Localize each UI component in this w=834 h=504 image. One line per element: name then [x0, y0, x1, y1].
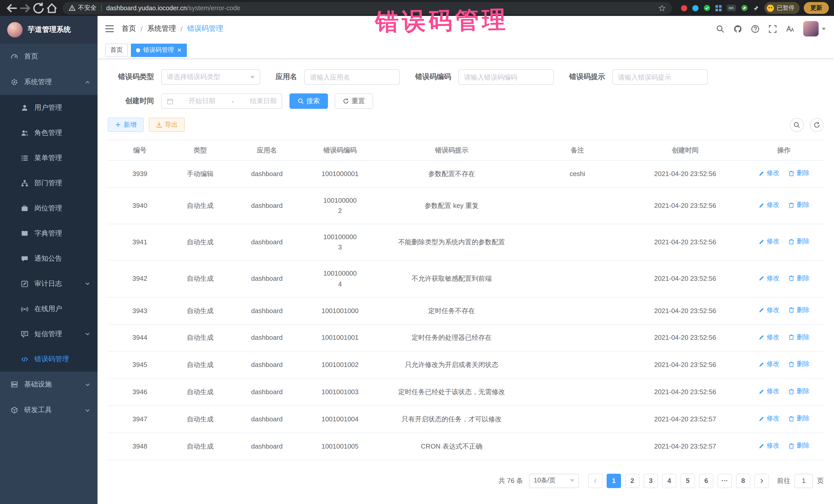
sidebar-item-devtools[interactable]: 研发工具: [0, 397, 97, 423]
extension-icon-red[interactable]: [681, 5, 687, 11]
edit-button[interactable]: 修改: [758, 200, 780, 210]
address-bar[interactable]: 不安全 dashboard.yudao.iocoder.cn/system/er…: [63, 2, 672, 14]
back-icon[interactable]: [5, 1, 19, 15]
extension-icon-blue[interactable]: [692, 5, 698, 11]
extension-icon-leaf[interactable]: [741, 5, 748, 11]
page-button[interactable]: 2: [625, 474, 639, 488]
sidebar-item-user-management[interactable]: 用户管理: [0, 95, 97, 120]
delete-button[interactable]: 删除: [789, 387, 810, 396]
reset-button[interactable]: 重置: [335, 93, 373, 109]
add-button[interactable]: 新增: [108, 117, 144, 132]
reload-icon[interactable]: [32, 1, 45, 15]
app-logo[interactable]: 芋道管理系统: [0, 16, 97, 44]
profile-paused-pill[interactable]: 已暂停: [764, 2, 799, 14]
delete-button[interactable]: 删除: [789, 441, 810, 451]
page-button[interactable]: 4: [662, 474, 676, 488]
edit-button[interactable]: 修改: [758, 168, 780, 178]
breadcrumb-system[interactable]: 系统管理: [147, 24, 176, 34]
user-menu[interactable]: [803, 21, 826, 37]
extension-icon-on[interactable]: on: [726, 5, 736, 11]
security-indicator[interactable]: 不安全: [69, 4, 96, 12]
prev-page-button[interactable]: [588, 474, 602, 488]
close-icon[interactable]: [177, 48, 182, 52]
edit-button[interactable]: 修改: [758, 387, 780, 396]
end-date-placeholder[interactable]: 结束日期: [250, 96, 277, 106]
next-page-button[interactable]: [754, 474, 769, 488]
delete-button[interactable]: 删除: [789, 305, 810, 315]
table-tools: [790, 118, 824, 132]
extension-icon-grid[interactable]: [715, 5, 721, 11]
page-button[interactable]: 6: [699, 474, 714, 488]
calendar-icon: [167, 98, 174, 105]
sidebar-item-menu-management[interactable]: 菜单管理: [0, 145, 97, 170]
edit-button[interactable]: 修改: [758, 305, 780, 315]
sidebar-item-sms-management[interactable]: 短信管理: [0, 321, 97, 346]
page-button[interactable]: 5: [681, 474, 695, 488]
cell-code: 1001001005: [305, 433, 375, 460]
cell-app: dashboard: [228, 433, 305, 460]
page-button[interactable]: 1: [607, 474, 621, 488]
cell-actions: 修改 删除: [744, 188, 824, 224]
sidebar-item-system-management[interactable]: 系统管理: [0, 69, 97, 95]
delete-button[interactable]: 删除: [789, 200, 810, 210]
error-code-input[interactable]: [464, 73, 548, 81]
edit-button[interactable]: 修改: [758, 273, 780, 283]
page-button[interactable]: 8: [736, 474, 750, 488]
app-name-input[interactable]: [310, 73, 394, 81]
help-icon[interactable]: [751, 24, 760, 33]
fullscreen-icon[interactable]: [768, 24, 777, 33]
url-text[interactable]: dashboard.yudao.iocoder.cn/system/error-…: [106, 4, 240, 12]
start-date-placeholder[interactable]: 开始日期: [189, 96, 215, 106]
sidebar-item-infrastructure[interactable]: 基础设施: [0, 372, 97, 397]
page-button[interactable]: ···: [718, 474, 732, 488]
edit-button[interactable]: 修改: [758, 332, 780, 342]
export-button[interactable]: 导出: [149, 117, 185, 132]
delete-button[interactable]: 删除: [789, 359, 810, 370]
edit-button[interactable]: 修改: [758, 441, 780, 451]
goto-page-input[interactable]: [794, 474, 813, 488]
edit-button[interactable]: 修改: [758, 237, 780, 247]
search-button[interactable]: 搜索: [289, 93, 328, 109]
cell-code: 1001001004: [305, 406, 375, 433]
sidebar-item-dict-management[interactable]: 字典管理: [0, 221, 97, 246]
pin-icon[interactable]: [753, 5, 759, 11]
font-size-icon[interactable]: [786, 24, 794, 33]
github-icon[interactable]: [733, 24, 742, 33]
edit-button[interactable]: 修改: [758, 359, 780, 370]
hamburger-icon[interactable]: [97, 16, 122, 42]
sidebar-item-department-management[interactable]: 部门管理: [0, 170, 97, 196]
sidebar-item-error-code-management[interactable]: 错误码管理: [0, 346, 97, 372]
bookmark-star-icon[interactable]: [658, 4, 665, 12]
browser-update-button[interactable]: 更新: [804, 2, 829, 14]
tag-error-code-management[interactable]: 错误码管理: [131, 43, 187, 57]
sidebar-item-notice-management[interactable]: 通知公告: [0, 246, 97, 271]
refresh-button[interactable]: [810, 118, 824, 132]
page-button[interactable]: 3: [643, 474, 658, 488]
error-hint-input[interactable]: [618, 73, 702, 81]
page-size-select[interactable]: 10条/页: [529, 474, 579, 488]
forward-icon[interactable]: [19, 1, 32, 15]
delete-button[interactable]: 删除: [789, 237, 810, 247]
delete-button[interactable]: 删除: [789, 414, 810, 424]
sidebar-item-post-management[interactable]: 岗位管理: [0, 196, 97, 221]
sidebar-item-online-users[interactable]: 在线用户: [0, 296, 97, 321]
audit-log-icon: [21, 280, 29, 287]
breadcrumb-home[interactable]: 首页: [122, 24, 136, 34]
cell-app: dashboard: [228, 261, 305, 298]
home-icon[interactable]: [45, 1, 59, 15]
delete-button[interactable]: 删除: [789, 168, 810, 178]
extension-icon-check[interactable]: [703, 5, 710, 11]
toggle-search-button[interactable]: [790, 118, 804, 132]
tag-home[interactable]: 首页: [105, 43, 128, 57]
delete-button[interactable]: 删除: [789, 332, 810, 342]
date-range-picker[interactable]: 开始日期 - 结束日期: [161, 93, 282, 109]
error-code-type-select[interactable]: 请选择错误码类型: [161, 69, 260, 85]
paused-label: 已暂停: [777, 4, 794, 12]
cell-code: 1001001002: [305, 352, 375, 379]
search-icon[interactable]: [716, 24, 725, 33]
sidebar-item-role-management[interactable]: 角色管理: [0, 120, 97, 145]
edit-button[interactable]: 修改: [758, 414, 780, 424]
sidebar-item-home[interactable]: 首页: [0, 44, 97, 69]
sidebar-item-audit-log[interactable]: 审计日志: [0, 271, 97, 296]
delete-button[interactable]: 删除: [789, 273, 810, 283]
